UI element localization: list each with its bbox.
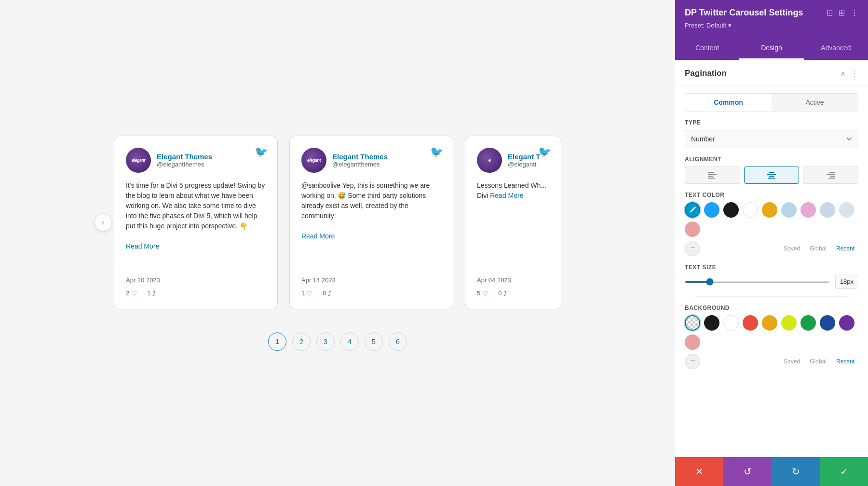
svg-rect-1 bbox=[708, 174, 717, 175]
align-left-btn[interactable] bbox=[685, 167, 740, 184]
alignment-label: Alignment bbox=[685, 156, 858, 163]
card-date-3: Apr 04 2023 bbox=[477, 277, 549, 284]
bg-saved-label: Saved bbox=[784, 358, 800, 365]
type-select[interactable]: Number Dots Arrows None bbox=[685, 130, 858, 148]
bg-swatch-white[interactable] bbox=[723, 315, 739, 331]
panel-title-row: DP Twitter Carousel Settings ⊡ ⊞ ⋮ bbox=[685, 8, 858, 18]
tab-advanced[interactable]: Advanced bbox=[804, 37, 868, 60]
share-icon-1: ⤴ bbox=[152, 290, 156, 297]
svg-rect-6 bbox=[769, 176, 774, 177]
pagination: 1 2 3 4 5 6 bbox=[268, 333, 407, 351]
bg-swatch-red[interactable] bbox=[743, 315, 758, 331]
expand-icon[interactable]: ⊞ bbox=[839, 8, 845, 17]
alignment-field: Alignment bbox=[685, 156, 858, 184]
card-username-3[interactable]: Elegant T bbox=[508, 153, 541, 161]
likes-1: 2 ♡ bbox=[126, 290, 137, 297]
card-text-1: It's time for a Divi 5 progress update! … bbox=[126, 181, 266, 265]
card-handle-1: @elegantthemes bbox=[157, 161, 212, 168]
text-size-value[interactable]: 18px bbox=[835, 275, 858, 289]
card-text-2: @sanboolive Yep, this is something we ar… bbox=[301, 181, 441, 265]
save-button[interactable]: ✓ bbox=[820, 457, 868, 486]
avatar-1: elegant bbox=[126, 148, 151, 173]
read-more-2[interactable]: Read More bbox=[301, 232, 335, 240]
section-more-icon[interactable]: ⋮ bbox=[851, 69, 858, 78]
text-color-edit-swatch[interactable] bbox=[685, 202, 700, 218]
bg-swatch-darkblue[interactable] bbox=[820, 315, 835, 331]
bg-recent-label: Recent bbox=[836, 358, 854, 365]
tweet-card-1: 🐦 elegant Elegant Themes @elegantthemes … bbox=[114, 136, 278, 309]
tab-design[interactable]: Design bbox=[739, 37, 803, 60]
page-5[interactable]: 5 bbox=[365, 333, 383, 351]
card-username-2[interactable]: Elegant Themes bbox=[332, 153, 388, 161]
more-icon[interactable]: ⋮ bbox=[851, 8, 858, 17]
tab-common[interactable]: Common bbox=[685, 94, 772, 111]
swatch-lightgray[interactable] bbox=[839, 202, 854, 218]
svg-rect-11 bbox=[828, 178, 835, 179]
likes-3: 5 ♡ bbox=[477, 290, 488, 297]
collapse-icon[interactable]: ⊡ bbox=[827, 8, 833, 17]
svg-rect-5 bbox=[767, 174, 776, 175]
text-size-slider[interactable] bbox=[685, 281, 829, 283]
align-center-btn[interactable] bbox=[744, 167, 800, 184]
user-info-3: Elegant T @elegantt bbox=[508, 153, 541, 168]
more-swatches-btn[interactable]: ··· bbox=[685, 241, 700, 256]
swatch-black[interactable] bbox=[723, 202, 739, 218]
panel-header: DP Twitter Carousel Settings ⊡ ⊞ ⋮ Prese… bbox=[675, 0, 868, 37]
read-more-3[interactable]: Read More bbox=[490, 192, 523, 199]
page-1[interactable]: 1 bbox=[268, 333, 286, 351]
card-header-2: elegant Elegant Themes @elegantthemes bbox=[301, 148, 441, 173]
twitter-icon-1: 🐦 bbox=[255, 146, 268, 158]
swatch-yellow[interactable] bbox=[762, 202, 777, 218]
bg-swatch-coral[interactable] bbox=[685, 334, 700, 350]
bg-swatch-green[interactable] bbox=[800, 315, 816, 331]
panel-header-icons: ⊡ ⊞ ⋮ bbox=[827, 8, 858, 17]
card-username-1[interactable]: Elegant Themes bbox=[157, 153, 212, 161]
text-color-label: Text Color bbox=[685, 192, 858, 198]
read-more-1[interactable]: Read More bbox=[126, 242, 159, 250]
text-size-range-row: 18px bbox=[685, 275, 858, 289]
tweet-card-2: 🐦 elegant Elegant Themes @elegantthemes … bbox=[289, 136, 453, 309]
bg-global-label: Global bbox=[810, 358, 827, 365]
section-icons: ∧ ⋮ bbox=[840, 69, 858, 78]
swatch-lightblue[interactable] bbox=[781, 202, 797, 218]
section-title: Pagination bbox=[685, 69, 727, 78]
type-label: Type bbox=[685, 119, 858, 126]
tab-content[interactable]: Content bbox=[675, 37, 739, 60]
more-bg-swatches-btn[interactable]: ··· bbox=[685, 354, 700, 369]
svg-rect-2 bbox=[708, 176, 713, 177]
card-text-3: Lessons Learned Wh... Divi Read More bbox=[477, 181, 549, 265]
bg-swatch-lime[interactable] bbox=[781, 315, 797, 331]
section-collapse-icon[interactable]: ∧ bbox=[840, 69, 846, 78]
bg-swatch-black[interactable] bbox=[704, 315, 719, 331]
prev-arrow[interactable]: ‹ bbox=[95, 214, 112, 231]
align-right-btn[interactable] bbox=[803, 167, 858, 184]
card-date-1: Apr 20 2023 bbox=[126, 277, 266, 284]
swatch-blue[interactable] bbox=[704, 202, 719, 218]
cancel-button[interactable]: ✕ bbox=[675, 457, 723, 486]
page-6[interactable]: 6 bbox=[389, 333, 407, 351]
bg-swatch-transparent[interactable] bbox=[685, 315, 700, 331]
form-section: Type Number Dots Arrows None Alignment bbox=[675, 111, 868, 385]
swatch-white[interactable] bbox=[743, 202, 758, 218]
swatch-coral[interactable] bbox=[685, 222, 700, 237]
card-handle-3: @elegantt bbox=[508, 161, 541, 168]
bg-swatch-purple[interactable] bbox=[839, 315, 854, 331]
page-3[interactable]: 3 bbox=[316, 333, 335, 351]
tab-active[interactable]: Active bbox=[772, 94, 858, 111]
undo-button[interactable]: ↺ bbox=[723, 457, 772, 486]
twitter-icon-3: 🐦 bbox=[538, 146, 551, 158]
swatch-pink[interactable] bbox=[800, 202, 816, 218]
swatch-bluelight[interactable] bbox=[820, 202, 835, 218]
saved-label: Saved bbox=[784, 245, 800, 252]
page-4[interactable]: 4 bbox=[340, 333, 359, 351]
panel-body: Pagination ∧ ⋮ Common Active Type Number… bbox=[675, 60, 868, 457]
svg-rect-0 bbox=[708, 172, 714, 173]
page-2[interactable]: 2 bbox=[292, 333, 311, 351]
type-field: Type Number Dots Arrows None bbox=[685, 119, 858, 148]
redo-button[interactable]: ↻ bbox=[772, 457, 820, 486]
background-swatches bbox=[685, 315, 858, 350]
bg-swatch-yellow[interactable] bbox=[762, 315, 777, 331]
panel-preset[interactable]: Preset: Default ▾ bbox=[685, 22, 732, 29]
share-icon-2: ⤴ bbox=[328, 290, 331, 297]
common-active-tabs: Common Active bbox=[685, 93, 858, 111]
